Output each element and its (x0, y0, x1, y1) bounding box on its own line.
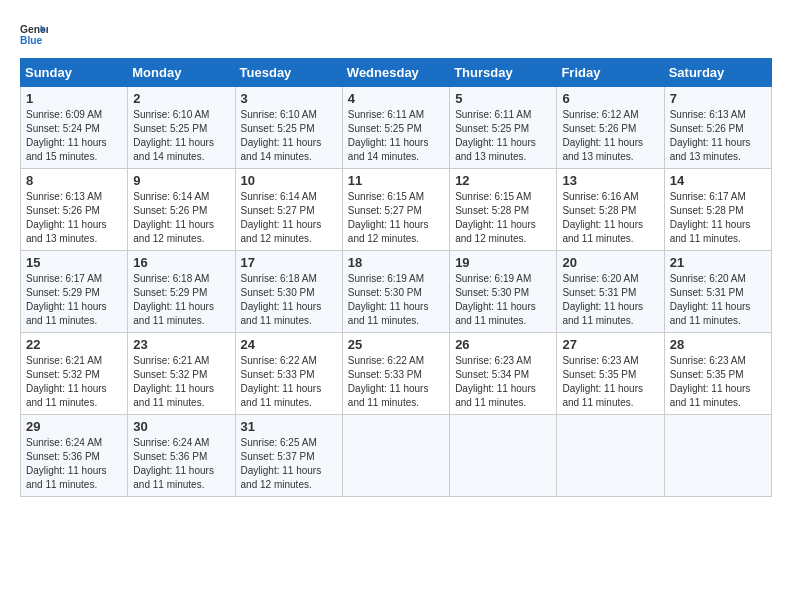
logo: General Blue (20, 20, 48, 48)
day-info: Sunrise: 6:16 AMSunset: 5:28 PMDaylight:… (562, 190, 658, 246)
calendar-cell: 12Sunrise: 6:15 AMSunset: 5:28 PMDayligh… (450, 169, 557, 251)
day-info: Sunrise: 6:09 AMSunset: 5:24 PMDaylight:… (26, 108, 122, 164)
calendar-cell: 15Sunrise: 6:17 AMSunset: 5:29 PMDayligh… (21, 251, 128, 333)
day-of-week-monday: Monday (128, 59, 235, 87)
day-info: Sunrise: 6:10 AMSunset: 5:25 PMDaylight:… (133, 108, 229, 164)
day-number: 17 (241, 255, 337, 270)
calendar-table: SundayMondayTuesdayWednesdayThursdayFrid… (20, 58, 772, 497)
day-number: 10 (241, 173, 337, 188)
day-info: Sunrise: 6:11 AMSunset: 5:25 PMDaylight:… (455, 108, 551, 164)
day-info: Sunrise: 6:20 AMSunset: 5:31 PMDaylight:… (670, 272, 766, 328)
day-info: Sunrise: 6:24 AMSunset: 5:36 PMDaylight:… (133, 436, 229, 492)
calendar-cell: 20Sunrise: 6:20 AMSunset: 5:31 PMDayligh… (557, 251, 664, 333)
day-info: Sunrise: 6:11 AMSunset: 5:25 PMDaylight:… (348, 108, 444, 164)
day-number: 1 (26, 91, 122, 106)
day-number: 24 (241, 337, 337, 352)
day-info: Sunrise: 6:22 AMSunset: 5:33 PMDaylight:… (241, 354, 337, 410)
day-info: Sunrise: 6:13 AMSunset: 5:26 PMDaylight:… (26, 190, 122, 246)
calendar-cell: 2Sunrise: 6:10 AMSunset: 5:25 PMDaylight… (128, 87, 235, 169)
calendar-cell: 16Sunrise: 6:18 AMSunset: 5:29 PMDayligh… (128, 251, 235, 333)
day-number: 21 (670, 255, 766, 270)
calendar-cell: 9Sunrise: 6:14 AMSunset: 5:26 PMDaylight… (128, 169, 235, 251)
day-of-week-saturday: Saturday (664, 59, 771, 87)
calendar-cell (664, 415, 771, 497)
day-number: 16 (133, 255, 229, 270)
day-info: Sunrise: 6:24 AMSunset: 5:36 PMDaylight:… (26, 436, 122, 492)
calendar-week-row: 29Sunrise: 6:24 AMSunset: 5:36 PMDayligh… (21, 415, 772, 497)
day-number: 31 (241, 419, 337, 434)
day-of-week-wednesday: Wednesday (342, 59, 449, 87)
calendar-cell: 7Sunrise: 6:13 AMSunset: 5:26 PMDaylight… (664, 87, 771, 169)
day-info: Sunrise: 6:25 AMSunset: 5:37 PMDaylight:… (241, 436, 337, 492)
day-number: 14 (670, 173, 766, 188)
calendar-cell: 28Sunrise: 6:23 AMSunset: 5:35 PMDayligh… (664, 333, 771, 415)
day-info: Sunrise: 6:18 AMSunset: 5:30 PMDaylight:… (241, 272, 337, 328)
calendar-cell: 23Sunrise: 6:21 AMSunset: 5:32 PMDayligh… (128, 333, 235, 415)
general-blue-logo-icon: General Blue (20, 20, 48, 48)
calendar-cell: 14Sunrise: 6:17 AMSunset: 5:28 PMDayligh… (664, 169, 771, 251)
calendar-cell: 25Sunrise: 6:22 AMSunset: 5:33 PMDayligh… (342, 333, 449, 415)
calendar-week-row: 22Sunrise: 6:21 AMSunset: 5:32 PMDayligh… (21, 333, 772, 415)
day-number: 11 (348, 173, 444, 188)
day-info: Sunrise: 6:13 AMSunset: 5:26 PMDaylight:… (670, 108, 766, 164)
calendar-cell: 24Sunrise: 6:22 AMSunset: 5:33 PMDayligh… (235, 333, 342, 415)
calendar-cell: 22Sunrise: 6:21 AMSunset: 5:32 PMDayligh… (21, 333, 128, 415)
calendar-cell: 29Sunrise: 6:24 AMSunset: 5:36 PMDayligh… (21, 415, 128, 497)
day-info: Sunrise: 6:23 AMSunset: 5:35 PMDaylight:… (670, 354, 766, 410)
day-number: 3 (241, 91, 337, 106)
calendar-cell: 30Sunrise: 6:24 AMSunset: 5:36 PMDayligh… (128, 415, 235, 497)
calendar-week-row: 15Sunrise: 6:17 AMSunset: 5:29 PMDayligh… (21, 251, 772, 333)
calendar-cell: 31Sunrise: 6:25 AMSunset: 5:37 PMDayligh… (235, 415, 342, 497)
day-info: Sunrise: 6:23 AMSunset: 5:35 PMDaylight:… (562, 354, 658, 410)
day-info: Sunrise: 6:21 AMSunset: 5:32 PMDaylight:… (133, 354, 229, 410)
day-number: 13 (562, 173, 658, 188)
page-header: General Blue (20, 20, 772, 48)
day-number: 2 (133, 91, 229, 106)
day-number: 28 (670, 337, 766, 352)
day-info: Sunrise: 6:15 AMSunset: 5:27 PMDaylight:… (348, 190, 444, 246)
day-number: 22 (26, 337, 122, 352)
calendar-cell: 10Sunrise: 6:14 AMSunset: 5:27 PMDayligh… (235, 169, 342, 251)
day-number: 12 (455, 173, 551, 188)
calendar-week-row: 8Sunrise: 6:13 AMSunset: 5:26 PMDaylight… (21, 169, 772, 251)
calendar-header-row: SundayMondayTuesdayWednesdayThursdayFrid… (21, 59, 772, 87)
day-number: 19 (455, 255, 551, 270)
day-number: 4 (348, 91, 444, 106)
calendar-cell (342, 415, 449, 497)
day-info: Sunrise: 6:20 AMSunset: 5:31 PMDaylight:… (562, 272, 658, 328)
day-number: 30 (133, 419, 229, 434)
day-number: 5 (455, 91, 551, 106)
day-number: 29 (26, 419, 122, 434)
day-info: Sunrise: 6:14 AMSunset: 5:26 PMDaylight:… (133, 190, 229, 246)
day-number: 18 (348, 255, 444, 270)
day-of-week-friday: Friday (557, 59, 664, 87)
day-number: 25 (348, 337, 444, 352)
day-number: 27 (562, 337, 658, 352)
day-number: 6 (562, 91, 658, 106)
day-info: Sunrise: 6:14 AMSunset: 5:27 PMDaylight:… (241, 190, 337, 246)
calendar-cell: 26Sunrise: 6:23 AMSunset: 5:34 PMDayligh… (450, 333, 557, 415)
calendar-cell: 19Sunrise: 6:19 AMSunset: 5:30 PMDayligh… (450, 251, 557, 333)
day-number: 8 (26, 173, 122, 188)
day-number: 20 (562, 255, 658, 270)
day-info: Sunrise: 6:15 AMSunset: 5:28 PMDaylight:… (455, 190, 551, 246)
calendar-cell: 13Sunrise: 6:16 AMSunset: 5:28 PMDayligh… (557, 169, 664, 251)
day-info: Sunrise: 6:19 AMSunset: 5:30 PMDaylight:… (455, 272, 551, 328)
day-number: 7 (670, 91, 766, 106)
day-info: Sunrise: 6:12 AMSunset: 5:26 PMDaylight:… (562, 108, 658, 164)
day-info: Sunrise: 6:17 AMSunset: 5:28 PMDaylight:… (670, 190, 766, 246)
calendar-cell: 3Sunrise: 6:10 AMSunset: 5:25 PMDaylight… (235, 87, 342, 169)
calendar-cell: 5Sunrise: 6:11 AMSunset: 5:25 PMDaylight… (450, 87, 557, 169)
day-of-week-tuesday: Tuesday (235, 59, 342, 87)
day-of-week-sunday: Sunday (21, 59, 128, 87)
calendar-cell: 1Sunrise: 6:09 AMSunset: 5:24 PMDaylight… (21, 87, 128, 169)
day-info: Sunrise: 6:10 AMSunset: 5:25 PMDaylight:… (241, 108, 337, 164)
day-number: 15 (26, 255, 122, 270)
day-number: 9 (133, 173, 229, 188)
calendar-cell (557, 415, 664, 497)
day-info: Sunrise: 6:23 AMSunset: 5:34 PMDaylight:… (455, 354, 551, 410)
calendar-cell: 18Sunrise: 6:19 AMSunset: 5:30 PMDayligh… (342, 251, 449, 333)
day-info: Sunrise: 6:21 AMSunset: 5:32 PMDaylight:… (26, 354, 122, 410)
day-info: Sunrise: 6:19 AMSunset: 5:30 PMDaylight:… (348, 272, 444, 328)
day-info: Sunrise: 6:18 AMSunset: 5:29 PMDaylight:… (133, 272, 229, 328)
